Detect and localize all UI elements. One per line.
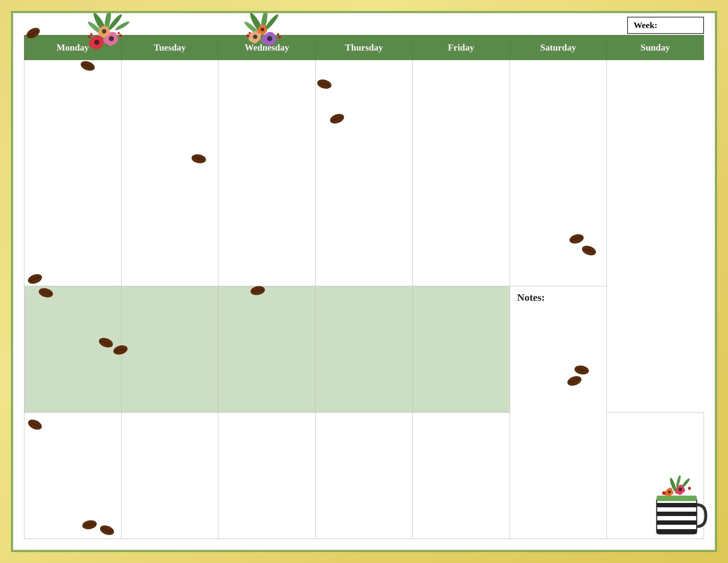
- svg-point-72: [668, 491, 671, 493]
- cell-fri-1[interactable]: [412, 60, 510, 286]
- cell-sat-1[interactable]: [510, 60, 607, 286]
- svg-point-83: [662, 491, 666, 495]
- floral-decoration-topleft: [68, 11, 141, 68]
- svg-point-56: [249, 32, 251, 34]
- svg-point-25: [102, 29, 106, 34]
- week-label[interactable]: Week:: [627, 17, 704, 34]
- cell-fri-3[interactable]: [412, 412, 510, 539]
- svg-point-84: [688, 487, 691, 490]
- calendar-area: Monday Tuesday Wednesday Thursday Friday…: [13, 13, 715, 550]
- notes-label: Notes:: [517, 292, 545, 303]
- day-header-thursday: Thursday: [316, 35, 413, 60]
- svg-point-29: [119, 34, 122, 37]
- svg-rect-63: [657, 520, 697, 525]
- cell-sun-1[interactable]: [607, 60, 704, 413]
- day-header-friday: Friday: [412, 35, 510, 60]
- calendar-border: Week:: [11, 11, 717, 552]
- svg-point-11: [94, 40, 99, 45]
- svg-rect-61: [657, 503, 697, 507]
- cell-thu-1[interactable]: [316, 60, 413, 286]
- svg-point-18: [109, 36, 114, 41]
- cell-mon-1[interactable]: [24, 60, 122, 286]
- cell-fri-2[interactable]: [412, 286, 510, 412]
- day-header-saturday: Saturday: [510, 35, 607, 60]
- calendar-row-2: Notes:: [24, 286, 704, 412]
- week-label-text: Week:: [634, 20, 657, 30]
- floral-decoration-topcenter: [224, 11, 297, 68]
- page-background: Week:: [0, 0, 728, 563]
- svg-point-47: [267, 36, 272, 41]
- week-header: Week:: [627, 17, 704, 34]
- cell-tue-2[interactable]: [121, 286, 218, 412]
- weekly-calendar: Monday Tuesday Wednesday Thursday Friday…: [24, 35, 704, 539]
- cell-wed-2[interactable]: [218, 286, 316, 412]
- svg-point-79: [678, 488, 682, 491]
- calendar-row-1: [24, 60, 704, 286]
- svg-point-55: [246, 34, 249, 37]
- svg-rect-65: [657, 496, 697, 501]
- cell-wed-1[interactable]: [218, 60, 316, 286]
- cell-tue-3[interactable]: [121, 412, 218, 539]
- svg-rect-62: [657, 512, 697, 516]
- day-header-sunday: Sunday: [607, 35, 704, 60]
- cell-tue-1[interactable]: [121, 60, 218, 286]
- cell-thu-2[interactable]: [316, 286, 413, 412]
- cell-mon-3[interactable]: [24, 412, 122, 539]
- svg-rect-64: [657, 529, 697, 534]
- svg-point-28: [118, 32, 120, 34]
- svg-point-58: [278, 36, 281, 39]
- svg-point-82: [681, 477, 691, 488]
- mug-decoration: [649, 476, 708, 543]
- svg-point-40: [253, 35, 257, 39]
- svg-point-27: [90, 33, 92, 35]
- svg-point-57: [277, 33, 279, 35]
- cell-wed-3[interactable]: [218, 412, 316, 539]
- cell-thu-3[interactable]: [316, 412, 413, 539]
- cell-mon-2[interactable]: [24, 286, 122, 412]
- svg-point-54: [261, 28, 264, 31]
- svg-point-26: [88, 35, 91, 38]
- notes-cell[interactable]: Notes:: [510, 286, 607, 539]
